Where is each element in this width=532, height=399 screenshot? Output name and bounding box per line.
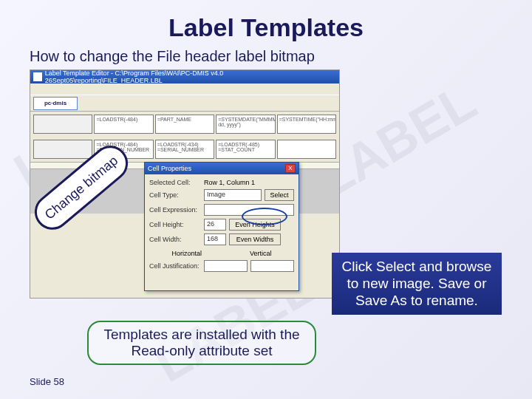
justify-v-dropdown[interactable] bbox=[250, 260, 294, 272]
cell-type-dropdown[interactable]: Image bbox=[204, 189, 262, 201]
note-callout: Templates are installed with the Read-on… bbox=[87, 321, 316, 365]
slide-title: Label Templates bbox=[0, 0, 532, 42]
cell-height-input[interactable]: 26 bbox=[204, 219, 226, 231]
cell-height-label: Cell Height: bbox=[149, 221, 201, 228]
close-icon[interactable]: X bbox=[285, 164, 296, 173]
cell-expression-label: Cell Expression: bbox=[149, 206, 201, 214]
even-widths-button[interactable]: Even Widths bbox=[229, 233, 281, 245]
vertical-label: Vertical bbox=[250, 250, 272, 257]
cell-properties-dialog: Cell Properties X Selected Cell: Row 1, … bbox=[144, 162, 299, 291]
slide-subtitle: How to change the File header label bitm… bbox=[0, 42, 532, 69]
editor-window-title: Label Template Editor - C:\Program Files… bbox=[45, 69, 336, 84]
select-highlight-circle bbox=[242, 208, 287, 225]
selected-cell-value: Row 1, Column 1 bbox=[204, 179, 255, 186]
field-cell-image[interactable] bbox=[33, 115, 92, 134]
fields-row-2: =LOADSTR(-484) =REVISION_NUMBER =LOADSTR… bbox=[30, 137, 339, 162]
field-cell[interactable] bbox=[277, 140, 336, 159]
dialog-titlebar: Cell Properties X bbox=[145, 163, 299, 174]
cell-justification-label: Cell Justification: bbox=[149, 262, 201, 270]
editor-toolbar[interactable]: pc·dmis bbox=[30, 95, 339, 112]
field-cell-image[interactable] bbox=[33, 140, 92, 159]
cell-width-label: Cell Width: bbox=[149, 236, 201, 243]
justify-h-dropdown[interactable] bbox=[204, 260, 248, 272]
cell-type-label: Cell Type: bbox=[149, 191, 201, 199]
fields-row-1: =LOADSTR(-484) =PART_NAME =SYSTEMDATE("M… bbox=[30, 112, 339, 137]
field-cell[interactable]: =LOADSTR(-484) bbox=[94, 115, 153, 134]
slide-number: Slide 58 bbox=[30, 376, 64, 387]
field-cell[interactable]: =PART_NAME bbox=[155, 115, 214, 134]
field-cell[interactable]: =LOADSTR(-434) =SERIAL_NUMBER bbox=[155, 140, 214, 159]
editor-titlebar: Label Template Editor - C:\Program Files… bbox=[30, 70, 339, 83]
pcdmis-logo: pc·dmis bbox=[33, 97, 78, 110]
field-cell[interactable]: =SYSTEMTIME("HH:mm") bbox=[277, 115, 336, 134]
horizontal-label: Horizontal bbox=[171, 250, 202, 257]
select-button[interactable]: Select bbox=[265, 189, 294, 201]
dialog-title: Cell Properties bbox=[148, 165, 191, 172]
cell-width-input[interactable]: 168 bbox=[204, 233, 226, 245]
selected-cell-label: Selected Cell: bbox=[149, 179, 201, 186]
editor-menubar[interactable] bbox=[30, 83, 339, 95]
field-cell[interactable]: =LOADSTR(-485) =STAT_COUNT bbox=[216, 140, 275, 159]
app-icon bbox=[33, 72, 42, 81]
instruction-callout: Click Select and browse to new image. Sa… bbox=[332, 253, 502, 315]
field-cell[interactable]: =SYSTEMDATE("MMMM dd, yyyy") bbox=[216, 115, 275, 134]
